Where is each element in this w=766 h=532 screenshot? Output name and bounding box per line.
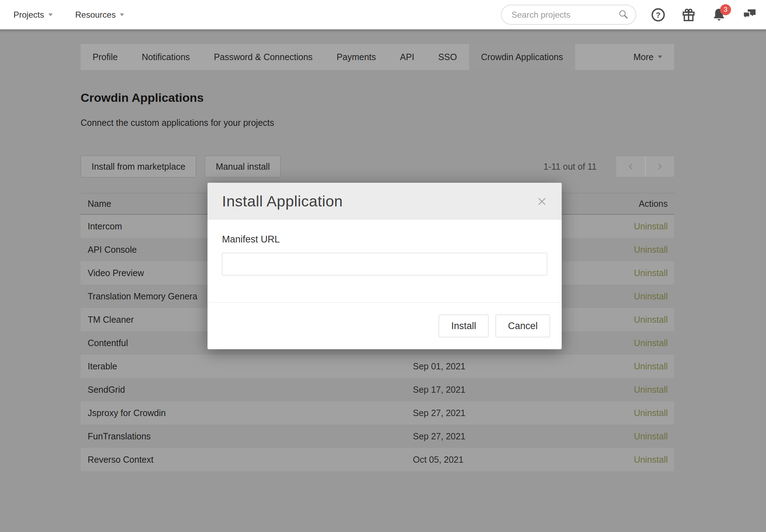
table-toolbar: Install from marketplace Manual install … <box>81 156 674 177</box>
modal-header: Install Application <box>207 183 562 220</box>
install-button[interactable]: Install <box>439 315 489 337</box>
app-installed-date: Oct 05, 2021 <box>413 455 582 465</box>
navbar-icons: ? 3 <box>650 7 757 23</box>
notifications-bell-icon[interactable]: 3 <box>711 7 727 23</box>
chevron-down-icon <box>120 13 124 18</box>
uninstall-link[interactable]: Uninstall <box>634 455 668 464</box>
search-input[interactable] <box>511 10 618 20</box>
app-name: Reverso Context <box>81 455 413 465</box>
manual-install-button[interactable]: Manual install <box>205 156 281 177</box>
table-row: Jsproxy for Crowdin Sep 27, 2021 Uninsta… <box>81 401 674 425</box>
tab-label: API <box>400 52 414 62</box>
table-row: Iterable Sep 01, 2021 Uninstall <box>81 355 674 378</box>
pagination-buttons <box>616 156 674 177</box>
manifest-url-input[interactable] <box>222 253 547 275</box>
install-application-modal: Install Application Manifest URL Install… <box>207 183 562 349</box>
app-installed-date: Sep 27, 2021 <box>413 408 582 418</box>
settings-tabs: ProfileNotificationsPassword & Connectio… <box>81 44 674 70</box>
app-name: FunTranslations <box>81 431 413 442</box>
uninstall-link[interactable]: Uninstall <box>634 221 668 231</box>
page-subtitle: Connect the custom applications for your… <box>81 117 674 128</box>
app-name: SendGrid <box>81 385 413 395</box>
tab-more[interactable]: More <box>621 44 674 70</box>
tab-crowdin-applications[interactable]: Crowdin Applications <box>469 44 575 70</box>
uninstall-link[interactable]: Uninstall <box>634 361 668 371</box>
tab-label: Payments <box>337 52 376 62</box>
svg-text:?: ? <box>656 10 660 19</box>
table-row: FunTranslations Sep 27, 2021 Uninstall <box>81 425 674 448</box>
top-navbar: Projects Resources ? <box>0 0 766 29</box>
pagination-label: 1-11 out of 11 <box>543 162 597 172</box>
tab-label: More <box>633 52 654 62</box>
close-icon[interactable] <box>535 194 549 209</box>
projects-menu[interactable]: Projects <box>13 10 53 20</box>
app-installed-date: Sep 17, 2021 <box>413 385 582 395</box>
modal-body: Manifest URL <box>207 220 562 302</box>
uninstall-link[interactable]: Uninstall <box>634 385 668 394</box>
pagination-next-button[interactable] <box>645 156 674 177</box>
tab-sso[interactable]: SSO <box>426 44 469 70</box>
app-installed-date: Sep 01, 2021 <box>413 361 582 372</box>
modal-title: Install Application <box>222 193 535 210</box>
pagination-prev-button[interactable] <box>616 156 645 177</box>
table-row: Reverso Context Oct 05, 2021 Uninstall <box>81 448 674 471</box>
tab-api[interactable]: API <box>388 44 426 70</box>
cancel-button[interactable]: Cancel <box>496 315 550 337</box>
uninstall-link[interactable]: Uninstall <box>634 408 668 418</box>
uninstall-link[interactable]: Uninstall <box>634 291 668 301</box>
gift-icon[interactable] <box>681 7 696 23</box>
uninstall-link[interactable]: Uninstall <box>634 431 668 441</box>
app-name: Iterable <box>81 361 413 372</box>
tab-label: SSO <box>438 52 457 62</box>
manifest-url-label: Manifest URL <box>222 234 547 245</box>
search-icon[interactable] <box>618 9 628 21</box>
chevron-right-icon <box>655 162 665 171</box>
uninstall-link[interactable]: Uninstall <box>634 245 668 255</box>
chevron-left-icon <box>626 162 636 171</box>
tab-label: Crowdin Applications <box>481 52 563 62</box>
tab-label: Notifications <box>142 52 190 62</box>
tab-profile[interactable]: Profile <box>81 44 130 70</box>
page-title: Crowdin Applications <box>81 90 674 105</box>
pagination: 1-11 out of 11 <box>543 156 674 177</box>
projects-menu-label: Projects <box>13 10 44 20</box>
modal-footer: Install Cancel <box>207 302 562 349</box>
table-row: SendGrid Sep 17, 2021 Uninstall <box>81 378 674 401</box>
uninstall-link[interactable]: Uninstall <box>634 338 668 348</box>
column-header-actions: Actions <box>582 199 674 209</box>
notification-badge: 3 <box>720 4 731 15</box>
tab-label: Password & Connections <box>214 52 312 62</box>
search-box <box>501 5 636 25</box>
chevron-down-icon <box>48 13 53 18</box>
chat-icon[interactable] <box>742 7 757 23</box>
resources-menu-label: Resources <box>75 10 116 20</box>
app-name: Jsproxy for Crowdin <box>81 408 413 418</box>
uninstall-link[interactable]: Uninstall <box>634 315 668 325</box>
resources-menu[interactable]: Resources <box>75 10 124 20</box>
chevron-down-icon <box>658 55 662 60</box>
uninstall-link[interactable]: Uninstall <box>634 268 668 278</box>
screen: Projects Resources ? <box>0 0 766 532</box>
tab-password-connections[interactable]: Password & Connections <box>202 44 324 70</box>
tab-payments[interactable]: Payments <box>324 44 388 70</box>
help-icon[interactable]: ? <box>650 7 666 23</box>
app-installed-date: Sep 27, 2021 <box>413 431 582 442</box>
install-from-marketplace-button[interactable]: Install from marketplace <box>81 156 196 177</box>
tab-notifications[interactable]: Notifications <box>130 44 202 70</box>
tab-label: Profile <box>93 52 118 62</box>
